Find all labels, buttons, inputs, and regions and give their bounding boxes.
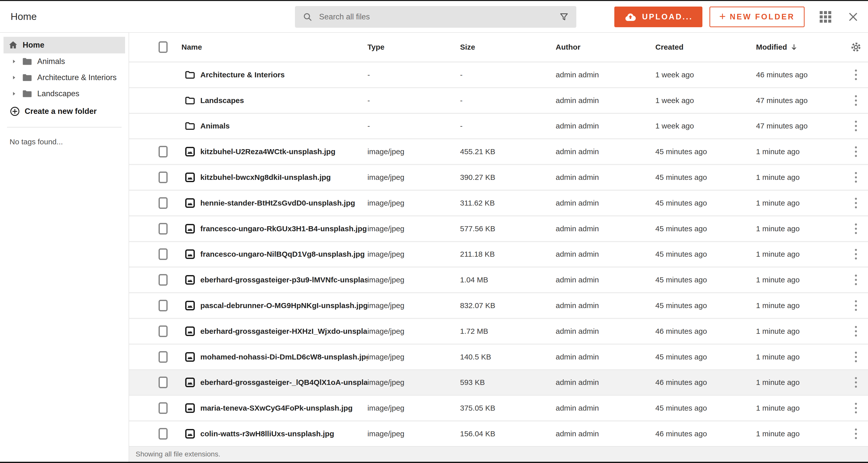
file-list: Name Type Size Author Created Modified: [129, 33, 868, 462]
table-row[interactable]: eberhard-grossgasteiger-p3u9-lMVNfc-unsp…: [129, 266, 868, 292]
row-checkbox[interactable]: [159, 249, 167, 260]
row-menu-kebab-icon[interactable]: [852, 170, 860, 185]
create-new-folder-button[interactable]: Create a new folder: [0, 102, 129, 121]
file-created: 45 minutes ago: [655, 301, 756, 310]
table-row[interactable]: Animals - - admin admin 1 week ago 47 mi…: [129, 113, 868, 139]
table-row[interactable]: francesco-ungaro-RkGUx3H1-B4-unsplash.jp…: [129, 215, 868, 241]
search-bar[interactable]: [295, 6, 576, 28]
table-row[interactable]: Architecture & Interiors - - admin admin…: [129, 61, 868, 87]
row-menu-kebab-icon[interactable]: [852, 195, 860, 211]
row-checkbox[interactable]: [159, 146, 167, 157]
file-modified: 1 minute ago: [756, 404, 844, 412]
table-row[interactable]: maria-teneva-SXwCyG4FoPk-unsplash.jpg im…: [129, 395, 868, 421]
column-header-size[interactable]: Size: [460, 43, 556, 51]
table-row[interactable]: Landscapes - - admin admin 1 week ago 47…: [129, 87, 868, 113]
file-name: Architecture & Interiors: [200, 70, 285, 79]
column-header-modified[interactable]: Modified: [756, 43, 844, 51]
row-menu-kebab-icon[interactable]: [852, 349, 860, 365]
table-row[interactable]: eberhard-grossgasteiger-_lQB4QlX1oA-unsp…: [129, 369, 868, 395]
row-menu-kebab-icon[interactable]: [852, 93, 860, 108]
file-author: admin admin: [556, 404, 655, 412]
file-modified: 1 minute ago: [756, 250, 844, 258]
folder-icon: [184, 120, 196, 132]
chevron-right-icon[interactable]: [10, 58, 18, 65]
row-menu-kebab-icon[interactable]: [852, 144, 860, 160]
filter-icon[interactable]: [559, 12, 569, 22]
image-file-icon: [184, 325, 196, 337]
file-modified: 1 minute ago: [756, 378, 844, 387]
row-menu-kebab-icon[interactable]: [852, 247, 860, 262]
column-header-author[interactable]: Author: [556, 43, 655, 51]
row-menu-kebab-icon[interactable]: [852, 221, 860, 236]
image-file-icon: [184, 172, 196, 183]
table-row[interactable]: mohamed-nohassi-Di-DmLD6cW8-unsplash.jpg…: [129, 344, 868, 369]
table-row[interactable]: francesco-ungaro-NilBQqD1Vg8-unsplash.jp…: [129, 241, 868, 267]
sidebar-folder-label: Animals: [37, 57, 65, 66]
search-input[interactable]: [319, 12, 559, 22]
folder-icon: [22, 72, 33, 83]
row-menu-kebab-icon[interactable]: [852, 323, 860, 339]
file-name: eberhard-grossgasteiger-_lQB4QlX1oA-unsp…: [200, 378, 367, 387]
file-name: francesco-ungaro-NilBQqD1Vg8-unsplash.jp…: [200, 250, 365, 258]
sidebar-item-landscapes[interactable]: Landscapes: [0, 86, 129, 102]
status-bar: Showing all file extensions.: [129, 446, 868, 462]
row-checkbox[interactable]: [159, 172, 167, 183]
row-checkbox[interactable]: [159, 300, 167, 311]
row-menu-kebab-icon[interactable]: [852, 118, 860, 134]
row-menu-kebab-icon[interactable]: [852, 67, 860, 83]
row-menu-kebab-icon[interactable]: [852, 272, 860, 288]
grid-view-icon[interactable]: [820, 11, 831, 23]
file-name: pascal-debrunner-O-MG9HpNKgI-unsplash.jp…: [200, 301, 367, 310]
column-header-name[interactable]: Name: [182, 43, 367, 51]
file-modified: 1 minute ago: [756, 147, 844, 156]
file-modified: 46 minutes ago: [756, 70, 844, 79]
chevron-right-icon[interactable]: [10, 74, 18, 81]
row-checkbox[interactable]: [159, 223, 167, 234]
file-modified: 1 minute ago: [756, 327, 844, 336]
table-row[interactable]: colin-watts-r3wH8lliUxs-unsplash.jpg ima…: [129, 421, 868, 446]
file-type: image/jpeg: [367, 199, 460, 207]
close-icon[interactable]: [847, 11, 859, 23]
table-settings-gear-icon[interactable]: [844, 41, 868, 53]
table-row[interactable]: hennie-stander-BtHtZsGvdD0-unsplash.jpg …: [129, 190, 868, 215]
select-all-checkbox[interactable]: [159, 41, 167, 53]
row-menu-kebab-icon[interactable]: [852, 426, 860, 442]
image-file-icon: [184, 249, 196, 260]
row-checkbox[interactable]: [159, 325, 167, 337]
row-checkbox[interactable]: [159, 274, 167, 286]
row-checkbox[interactable]: [159, 351, 167, 363]
table-row[interactable]: kitzbuhel-bwcxNg8dkiI-unsplash.jpg image…: [129, 164, 868, 190]
column-header-type[interactable]: Type: [367, 43, 460, 51]
sidebar-item-home[interactable]: Home: [3, 37, 125, 53]
image-file-icon: [184, 377, 196, 388]
row-menu-kebab-icon[interactable]: [852, 400, 860, 416]
row-checkbox[interactable]: [159, 197, 167, 209]
file-size: 390.27 KB: [460, 173, 556, 182]
row-checkbox[interactable]: [159, 428, 167, 440]
image-file-icon: [184, 197, 196, 209]
row-menu-kebab-icon[interactable]: [852, 298, 860, 313]
column-header-created[interactable]: Created: [655, 43, 756, 51]
sidebar-item-animals[interactable]: Animals: [0, 53, 129, 69]
sidebar-item-architecture-interiors[interactable]: Architecture & Interiors: [0, 69, 129, 86]
table-row[interactable]: pascal-debrunner-O-MG9HpNKgI-unsplash.jp…: [129, 292, 868, 318]
file-name: kitzbuhel-bwcxNg8dkiI-unsplash.jpg: [200, 173, 331, 182]
new-folder-button[interactable]: + NEW FOLDER: [709, 6, 805, 27]
file-size: 455.21 KB: [460, 147, 556, 156]
row-menu-kebab-icon[interactable]: [852, 375, 860, 390]
top-bar: Home UPLO: [0, 1, 868, 33]
row-checkbox[interactable]: [159, 402, 167, 414]
upload-button[interactable]: UPLOAD...: [614, 6, 703, 27]
table-row[interactable]: eberhard-grossgasteiger-HXHzI_Wjxdo-unsp…: [129, 318, 868, 344]
file-size: 311.62 KB: [460, 199, 556, 207]
chevron-right-icon[interactable]: [10, 90, 18, 97]
file-size: 1.72 MB: [460, 327, 556, 336]
search-icon: [303, 12, 313, 22]
file-modified: 1 minute ago: [756, 430, 844, 438]
row-checkbox[interactable]: [159, 377, 167, 388]
table-row[interactable]: kitzbuhel-U2Reza4WCtk-unsplash.jpg image…: [129, 138, 868, 164]
file-created: 46 minutes ago: [655, 327, 756, 336]
app-window: Home UPLO: [0, 0, 868, 463]
folder-icon: [22, 56, 33, 67]
file-modified: 1 minute ago: [756, 276, 844, 284]
